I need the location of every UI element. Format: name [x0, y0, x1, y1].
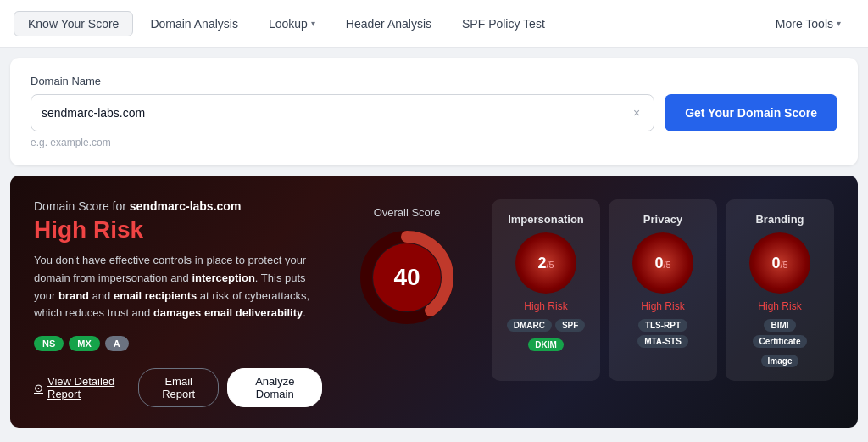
- impersonation-risk-label: High Risk: [524, 300, 567, 312]
- branding-title: Branding: [755, 213, 804, 226]
- privacy-risk-label: High Risk: [641, 300, 684, 312]
- impersonation-title: Impersonation: [508, 213, 584, 226]
- tag-row: NS MX A: [34, 336, 322, 351]
- tag-a: A: [105, 336, 129, 351]
- privacy-card: Privacy 0/5 High Risk TLS-RPT MTA-STS: [609, 199, 717, 381]
- badge-dmarc: DMARC: [507, 319, 552, 332]
- overall-score-label: Overall Score: [374, 206, 441, 219]
- privacy-title: Privacy: [643, 213, 682, 226]
- overall-score-circle: 40: [360, 231, 453, 324]
- badge-mta-sts: MTA-STS: [637, 335, 688, 348]
- impersonation-score-value: 2/5: [537, 255, 554, 272]
- badge-certificate: Certificate: [753, 335, 808, 348]
- nav-know-your-score-label: Know Your Score: [28, 17, 119, 31]
- nav-header-analysis[interactable]: Header Analysis: [332, 12, 445, 36]
- tag-ns: NS: [34, 336, 64, 351]
- branding-badges: BIMI Certificate: [737, 319, 822, 348]
- left-panel: Domain Score for sendmarc-labs.com High …: [34, 199, 322, 407]
- lookup-chevron-icon: ▾: [311, 19, 315, 28]
- category-cards: Impersonation 2/5 High Risk DMARC SPF DK…: [492, 199, 834, 381]
- tag-mx: MX: [69, 336, 100, 351]
- privacy-score-value: 0/5: [654, 255, 670, 272]
- nav-domain-analysis-label: Domain Analysis: [150, 17, 238, 31]
- domain-name-display: sendmarc-labs.com: [130, 199, 242, 213]
- nav-lookup-label: Lookup: [269, 17, 308, 31]
- email-report-button[interactable]: Email Report: [138, 368, 220, 407]
- nav-header-analysis-label: Header Analysis: [346, 17, 431, 31]
- navbar: Know Your Score Domain Analysis Lookup ▾…: [0, 0, 868, 48]
- risk-description: You don't have effective controls in pla…: [34, 252, 322, 322]
- view-detailed-report-link[interactable]: ⊙ View Detailed Report: [34, 375, 130, 400]
- branding-score-value: 0/5: [771, 255, 787, 272]
- impersonation-badges: DMARC SPF: [507, 319, 586, 332]
- badge-spf: SPF: [555, 319, 585, 332]
- branding-risk-label: High Risk: [758, 300, 801, 312]
- impersonation-score-circle: 2/5: [515, 232, 576, 294]
- domain-name-label: Domain Name: [31, 75, 837, 87]
- domain-input[interactable]: [42, 106, 630, 120]
- badge-image: Image: [761, 355, 799, 367]
- domain-score-prefix: Domain Score for: [34, 199, 130, 213]
- overall-score-value: 40: [393, 264, 420, 291]
- nav-lookup[interactable]: Lookup ▾: [255, 12, 329, 36]
- analyze-domain-button[interactable]: Analyze Domain: [227, 368, 322, 407]
- domain-input-section: Domain Name × Get Your Domain Score e.g.…: [10, 58, 858, 165]
- domain-input-hint: e.g. example.com: [31, 137, 837, 148]
- results-section: Domain Score for sendmarc-labs.com High …: [10, 176, 858, 428]
- nav-domain-analysis[interactable]: Domain Analysis: [136, 12, 252, 36]
- risk-level-label: High Risk: [34, 216, 322, 243]
- nav-spf-policy-test-label: SPF Policy Test: [462, 17, 545, 31]
- badge-dkim: DKIM: [528, 338, 564, 351]
- branding-card: Branding 0/5 High Risk BIMI Certificate …: [726, 199, 834, 381]
- circle-info-icon: ⊙: [34, 382, 43, 394]
- badge-bimi: BIMI: [764, 319, 795, 332]
- nav-know-your-score[interactable]: Know Your Score: [14, 11, 133, 36]
- clear-button[interactable]: ×: [630, 104, 643, 121]
- overall-score-panel: Overall Score 40: [339, 199, 475, 324]
- impersonation-card: Impersonation 2/5 High Risk DMARC SPF DK…: [492, 199, 600, 381]
- privacy-score-circle: 0/5: [632, 232, 693, 294]
- more-tools-chevron-icon: ▾: [837, 19, 841, 28]
- get-domain-score-button[interactable]: Get Your Domain Score: [665, 94, 837, 131]
- privacy-badges: TLS-RPT MTA-STS: [620, 319, 705, 348]
- action-row: ⊙ View Detailed Report Email Report Anal…: [34, 368, 322, 407]
- domain-score-title: Domain Score for sendmarc-labs.com: [34, 199, 322, 213]
- input-row: × Get Your Domain Score: [31, 94, 837, 131]
- branding-badges-2: Image: [761, 355, 799, 367]
- nav-spf-policy-test[interactable]: SPF Policy Test: [448, 12, 559, 36]
- badge-tls-rpt: TLS-RPT: [638, 319, 687, 332]
- nav-more-tools-label: More Tools: [776, 17, 833, 31]
- nav-more-tools[interactable]: More Tools ▾: [762, 12, 854, 36]
- domain-input-wrap: ×: [31, 94, 654, 131]
- impersonation-badges-2: DKIM: [528, 338, 564, 351]
- branding-score-circle: 0/5: [749, 232, 810, 294]
